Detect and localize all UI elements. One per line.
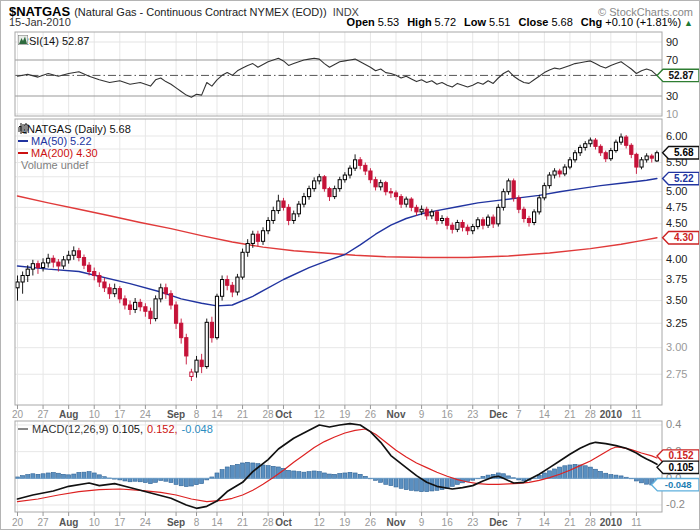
svg-text:Nov: Nov <box>387 409 406 420</box>
rsi-legend-label: RSI(14) 52.87 <box>21 35 89 47</box>
svg-text:27: 27 <box>38 409 50 420</box>
svg-text:10: 10 <box>666 108 678 120</box>
macd-histogram <box>15 462 662 491</box>
price-legend: $NATGAS (Daily) 5.68 MA(50) 5.22 MA(200)… <box>18 123 131 171</box>
ma200-legend-label: MA(200) 4.30 <box>31 147 98 159</box>
svg-text:21: 21 <box>237 517 249 528</box>
svg-text:-0.048: -0.048 <box>665 479 692 490</box>
svg-text:21: 21 <box>237 409 249 420</box>
svg-text:20: 20 <box>12 409 24 420</box>
panel-frames <box>15 32 662 512</box>
svg-text:Nov: Nov <box>387 517 406 528</box>
macd-signal-value: 0.152, <box>147 423 178 435</box>
svg-text:19: 19 <box>339 517 351 528</box>
svg-text:4.50: 4.50 <box>666 217 687 229</box>
macd-line-swatch <box>18 428 28 430</box>
y-axis-labels: 907030106.005.505.004.754.504.003.753.50… <box>666 36 687 511</box>
svg-text:-0.2: -0.2 <box>666 498 685 510</box>
svg-text:4.00: 4.00 <box>666 253 687 265</box>
stockcharts-chart: 907030106.005.505.004.754.504.003.753.50… <box>0 0 700 530</box>
open-label: Open <box>347 16 375 28</box>
rsi-line <box>18 58 657 97</box>
svg-text:14: 14 <box>211 409 223 420</box>
svg-text:24: 24 <box>140 517 152 528</box>
svg-text:8: 8 <box>194 409 200 420</box>
macd-legend: MACD(12,26,9) 0.105, 0.152, -0.048 <box>18 423 221 435</box>
svg-text:Aug: Aug <box>59 517 78 528</box>
svg-text:8: 8 <box>194 517 200 528</box>
svg-text:17: 17 <box>114 409 126 420</box>
svg-text:52.87: 52.87 <box>668 70 693 81</box>
svg-text:17: 17 <box>114 517 126 528</box>
svg-text:4.30: 4.30 <box>674 232 694 243</box>
svg-text:0.4: 0.4 <box>666 418 681 430</box>
svg-text:28: 28 <box>263 409 275 420</box>
svg-text:3.75: 3.75 <box>666 273 687 285</box>
svg-text:7: 7 <box>516 517 522 528</box>
volume-legend-label: Volume undef <box>21 159 88 171</box>
chart-date: 15-Jan-2010 <box>9 16 71 28</box>
svg-text:9: 9 <box>419 409 425 420</box>
svg-text:23: 23 <box>467 409 479 420</box>
high-label: High <box>407 16 431 28</box>
svg-text:14: 14 <box>539 409 551 420</box>
macd-signal-line <box>18 429 657 502</box>
svg-text:90: 90 <box>666 36 678 48</box>
svg-text:16: 16 <box>442 409 454 420</box>
svg-text:27: 27 <box>38 517 50 528</box>
ma50-line-swatch <box>18 140 28 142</box>
svg-text:4.75: 4.75 <box>666 201 687 213</box>
svg-text:6.00: 6.00 <box>666 130 687 142</box>
svg-text:19: 19 <box>339 409 351 420</box>
macd-hist-value: -0.048 <box>182 423 213 435</box>
svg-text:2.75: 2.75 <box>666 368 687 380</box>
svg-text:26: 26 <box>365 517 377 528</box>
up-triangle-icon: ▲ <box>684 18 693 28</box>
svg-text:Dec: Dec <box>489 517 508 528</box>
high-value: 5.72 <box>435 16 456 28</box>
svg-text:20: 20 <box>12 517 24 528</box>
svg-text:3.25: 3.25 <box>666 317 687 329</box>
price-legend-label: $NATGAS (Daily) 5.68 <box>21 123 131 135</box>
svg-text:10: 10 <box>89 409 101 420</box>
svg-text:5.22: 5.22 <box>674 173 694 184</box>
svg-text:70: 70 <box>666 54 678 66</box>
open-value: 5.53 <box>378 16 399 28</box>
macd-value: 0.105, <box>112 423 143 435</box>
chg-label: Chg <box>581 16 602 28</box>
svg-text:2010: 2010 <box>600 517 623 528</box>
svg-text:0.152: 0.152 <box>668 450 693 461</box>
svg-text:23: 23 <box>467 517 479 528</box>
svg-text:30: 30 <box>666 90 678 102</box>
svg-text:12: 12 <box>314 517 326 528</box>
svg-text:26: 26 <box>365 409 377 420</box>
svg-text:2010: 2010 <box>600 409 623 420</box>
svg-text:28: 28 <box>585 409 597 420</box>
svg-text:0.105: 0.105 <box>668 462 693 473</box>
svg-text:11: 11 <box>631 517 642 528</box>
svg-text:16: 16 <box>442 517 454 528</box>
close-label: Close <box>518 16 548 28</box>
ma200-line <box>18 196 657 258</box>
svg-text:3.00: 3.00 <box>666 341 687 353</box>
ma50-legend-label: MA(50) 5.22 <box>31 135 92 147</box>
svg-text:Oct: Oct <box>275 517 292 528</box>
ohlc-quote: Open5.53High5.72Low5.51Close5.68Chg+0.10… <box>347 16 693 28</box>
gridlines <box>15 32 662 512</box>
svg-text:9: 9 <box>419 517 425 528</box>
svg-text:Oct: Oct <box>275 409 292 420</box>
svg-text:14: 14 <box>211 517 223 528</box>
chart-canvas: 907030106.005.505.004.754.504.003.753.50… <box>1 1 700 530</box>
svg-text:7: 7 <box>516 409 522 420</box>
svg-text:14: 14 <box>539 517 551 528</box>
low-label: Low <box>464 16 486 28</box>
svg-text:28: 28 <box>585 517 597 528</box>
svg-text:21: 21 <box>564 409 576 420</box>
svg-text:Sep: Sep <box>167 409 185 420</box>
svg-text:24: 24 <box>140 409 152 420</box>
ma50-line <box>18 179 657 306</box>
macd-legend-label: MACD(12,26,9) <box>32 423 108 435</box>
svg-text:21: 21 <box>564 517 576 528</box>
chg-value: +0.10 (+1.81%) <box>605 16 681 28</box>
ma200-line-swatch <box>18 152 28 154</box>
